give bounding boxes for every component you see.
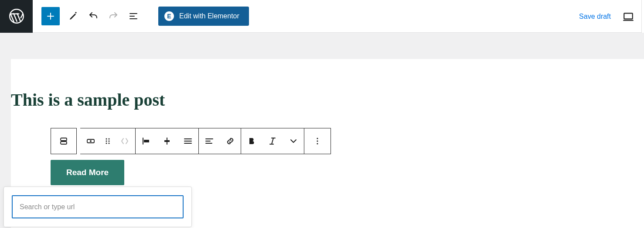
select-parent-button[interactable] [80,128,101,154]
edit-tool-button[interactable] [63,6,83,26]
link-url-input[interactable] [12,195,184,218]
document-overview-button[interactable] [123,6,143,26]
svg-point-7 [109,138,110,140]
save-draft-button[interactable]: Save draft [579,13,611,21]
justify-left-button[interactable] [136,128,157,154]
justify-center-button[interactable] [157,128,177,154]
svg-point-10 [106,143,107,144]
elementor-badge-icon: E [164,11,174,21]
svg-rect-1 [624,13,633,19]
preview-button[interactable] [619,7,638,26]
block-options-button[interactable] [304,128,331,154]
wordpress-logo[interactable] [0,0,33,33]
svg-point-8 [106,141,107,142]
svg-rect-3 [61,142,67,144]
svg-point-17 [317,143,318,144]
block-type-button[interactable] [51,128,76,154]
svg-point-9 [109,141,110,142]
svg-point-15 [317,138,318,139]
svg-point-6 [106,138,107,140]
svg-rect-14 [164,140,170,142]
redo-button[interactable] [103,6,123,26]
elementor-button-label: Edit with Elementor [179,12,239,20]
block-toolbar [51,128,331,155]
link-button[interactable] [220,128,241,154]
undo-button[interactable] [83,6,103,26]
post-title[interactable]: This is a sample post [11,90,644,110]
drag-handle[interactable] [101,128,114,154]
justify-right-button[interactable] [177,128,198,154]
move-up-down-button[interactable] [114,128,135,154]
svg-point-16 [317,140,318,142]
bold-button[interactable] [241,128,262,154]
align-text-button[interactable] [199,128,220,154]
svg-rect-12 [144,140,149,142]
svg-point-11 [109,143,110,144]
svg-rect-2 [61,138,67,141]
svg-point-5 [90,141,91,142]
link-popover [3,187,192,227]
read-more-button-block[interactable]: Read More [51,160,124,185]
add-block-button[interactable] [41,7,60,25]
edit-with-elementor-button[interactable]: E Edit with Elementor [158,7,249,26]
italic-button[interactable] [262,128,283,154]
more-rich-text-button[interactable] [283,128,304,154]
